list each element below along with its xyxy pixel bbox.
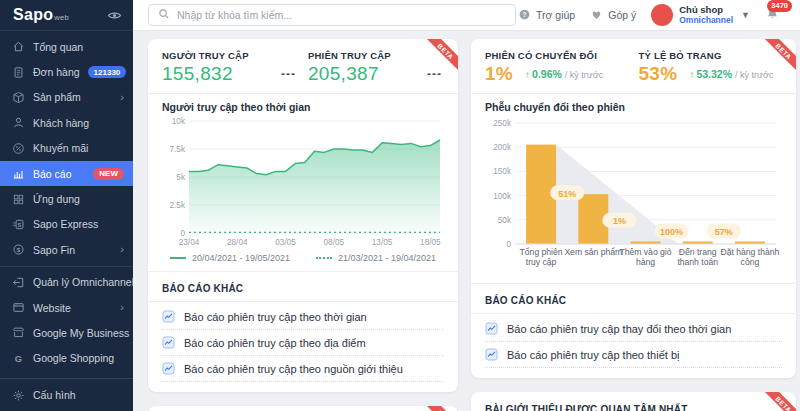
sidebar-item-tong-quan[interactable]: Tổng quan <box>0 34 133 59</box>
legend-line-sample <box>316 257 332 259</box>
svg-text:03/05: 03/05 <box>275 238 296 247</box>
svg-text:0: 0 <box>180 229 185 238</box>
report-link-label: Báo cáo phiên truy cập thay đổi theo thờ… <box>507 323 731 335</box>
sapo-logo[interactable]: Sapoweb <box>13 6 69 24</box>
sidebar-item-khach-hang[interactable]: Khách hàng <box>0 110 133 135</box>
notifications-button[interactable]: 3470 <box>765 6 780 25</box>
report-link[interactable]: Báo cáo phiên truy cập theo thời gian <box>162 304 444 330</box>
line-chart-icon <box>162 362 175 375</box>
sidebar-item-sapo-express[interactable]: SSapo Express <box>0 212 133 237</box>
feedback-button[interactable]: Góp ý <box>590 8 636 23</box>
legend-line-sample <box>170 257 186 259</box>
search-input[interactable] <box>177 9 506 21</box>
report-links: Báo cáo phiên truy cập theo thời gianBáo… <box>162 304 444 382</box>
heart-icon <box>590 8 603 23</box>
svg-text:truy cập: truy cập <box>526 257 557 267</box>
omni-icon <box>12 276 25 289</box>
sidebar-item-khuyen-mai[interactable]: Khuyến mãi <box>0 136 133 161</box>
svg-text:Tổng phiên: Tổng phiên <box>520 247 563 257</box>
chart-legend: 20/04/2021 - 19/05/202121/03/2021 - 19/0… <box>162 252 444 268</box>
other-reports-section: BÁO CÁO KHÁC Báo cáo phiên truy cập theo… <box>148 272 458 392</box>
metric-label: TỶ LỆ BỎ TRANG <box>639 50 783 61</box>
metric-value: 53% <box>639 63 678 85</box>
new-badge: NEW <box>93 168 124 180</box>
left-column: BETA NGƯỜI TRUY CẬP 155,832 --- PHIÊN TR… <box>148 39 458 411</box>
right-column: BETA PHIÊN CÓ CHUYỂN ĐỔI 1% ↑ 0.96% / kỳ… <box>471 39 796 411</box>
top-products-card: BETA SẢN PHẨM ĐƯỢC QUAN TÂM NHẤT <box>148 406 458 411</box>
up-arrow-icon: ↑ <box>525 69 530 80</box>
report-link[interactable]: Báo cáo phiên truy cập thay đổi theo thờ… <box>485 316 782 342</box>
sidebar-item-label: Cấu hình <box>33 389 76 401</box>
app-root: Sapoweb Tổng quanĐơn hàng121330›Sản phẩm… <box>0 0 800 411</box>
express-icon: S <box>12 218 25 231</box>
other-reports-title: BÁO CÁO KHÁC <box>162 278 444 301</box>
sidebar-item-label: Quản lý Omnichannel <box>33 276 133 288</box>
account-menu[interactable]: Chủ shop Omnichannel ▼ <box>651 4 750 26</box>
svg-text:thanh toán: thanh toán <box>677 257 718 267</box>
report-link[interactable]: Báo cáo phiên truy cập theo thiết bị <box>485 342 782 368</box>
report-link[interactable]: Báo cáo phiên truy cập theo nguồn giới t… <box>162 356 444 382</box>
top-articles-title: BÀI GIỚI THIỆU ĐƯỢC QUAN TÂM NHẤT <box>471 392 796 411</box>
other-reports-section: BÁO CÁO KHÁC Báo cáo phiên truy cập thay… <box>471 284 796 378</box>
metric-label: PHIÊN TRUY CẬP <box>308 50 444 61</box>
sidebar-item-don-hang[interactable]: Đơn hàng121330› <box>0 59 133 84</box>
svg-text:Thêm vào giỏ: Thêm vào giỏ <box>619 247 671 257</box>
sidebar-item-google-my-business[interactable]: Google My Business <box>0 320 133 345</box>
legend-item[interactable]: 20/04/2021 - 19/05/2021 <box>170 253 290 263</box>
sidebar-item-label: Sapo Express <box>33 218 98 230</box>
sidebar-nav: Tổng quanĐơn hàng121330›Sản phẩm›Khách h… <box>0 31 133 378</box>
sidebar-item-san-pham[interactable]: Sản phẩm› <box>0 85 133 110</box>
sidebar-item-website[interactable]: Website› <box>0 295 133 320</box>
svg-text:1%: 1% <box>613 216 626 226</box>
svg-text:10k: 10k <box>172 117 186 126</box>
metric-value: 1% <box>485 63 513 85</box>
divider <box>148 301 458 302</box>
conversion-card: BETA PHIÊN CÓ CHUYỂN ĐỔI 1% ↑ 0.96% / kỳ… <box>471 39 796 378</box>
sidebar-item-label: Sản phẩm <box>33 91 81 103</box>
svg-text:100k: 100k <box>493 192 512 201</box>
account-info: Chủ shop Omnichannel <box>679 4 733 25</box>
sidebar-item-quan-ly-omnichannel[interactable]: Quản lý Omnichannel <box>0 270 133 295</box>
sidebar-item-label: Khuyến mãi <box>33 142 88 154</box>
apps-icon <box>12 193 25 206</box>
sidebar-item-sapo-fin[interactable]: $Sapo Fin› <box>0 237 133 262</box>
topbar-right: ? Trợ giúp Góp ý Chủ shop Omnichannel ▼ <box>518 4 786 26</box>
sidebar-item-bao-cao[interactable]: Báo cáoNEW <box>0 161 133 186</box>
fin-icon: $ <box>12 243 25 256</box>
sidebar: Sapoweb Tổng quanĐơn hàng121330›Sản phẩm… <box>0 0 133 411</box>
website-icon <box>12 301 25 314</box>
svg-text:150k: 150k <box>493 167 512 176</box>
metric-conversion-rate: PHIÊN CÓ CHUYỂN ĐỔI 1% ↑ 0.96% / kỳ trướ… <box>485 50 629 85</box>
report-link[interactable]: Báo cáo phiên truy cập theo địa điểm <box>162 330 444 356</box>
svg-text:08/05: 08/05 <box>324 238 345 247</box>
report-link-label: Báo cáo phiên truy cập theo thời gian <box>184 311 367 323</box>
gmb-icon <box>12 326 25 339</box>
report-links: Báo cáo phiên truy cập thay đổi theo thờ… <box>485 316 782 368</box>
svg-text:0: 0 <box>506 240 511 249</box>
gear-icon <box>12 389 25 402</box>
divider <box>471 313 796 314</box>
top-articles-card: BETA BÀI GIỚI THIỆU ĐƯỢC QUAN TÂM NHẤT 1… <box>471 392 796 411</box>
help-icon: ? <box>518 8 531 23</box>
svg-text:2.5k: 2.5k <box>170 201 186 210</box>
search-box[interactable] <box>148 4 516 26</box>
sidebar-item-cau-hinh[interactable]: Cấu hình <box>0 379 133 411</box>
product-icon <box>12 91 25 104</box>
chart-title: Người truy cập theo thời gian <box>162 101 444 113</box>
topbar: ? Trợ giúp Góp ý Chủ shop Omnichannel ▼ <box>133 0 800 31</box>
svg-text:50k: 50k <box>498 216 512 225</box>
svg-text:100%: 100% <box>660 227 683 237</box>
search-icon <box>158 6 170 24</box>
sidebar-item-google-shopping[interactable]: GGoogle Shopping <box>0 346 133 371</box>
legend-item[interactable]: 21/03/2021 - 19/04/2021 <box>316 253 436 263</box>
sidebar-item-ung-dung[interactable]: Ứng dụng <box>0 186 133 211</box>
conversion-funnel-chart: 050k100k150k200k250k51%1%100%57%Tổng phi… <box>485 116 782 276</box>
top-products-title: SẢN PHẨM ĐƯỢC QUAN TÂM NHẤT <box>148 406 458 411</box>
eye-icon[interactable] <box>107 8 122 23</box>
sidebar-item-label: Đơn hàng <box>33 66 80 78</box>
report-link-label: Báo cáo phiên truy cập theo nguồn giới t… <box>184 363 403 375</box>
visitors-card: BETA NGƯỜI TRUY CẬP 155,832 --- PHIÊN TR… <box>148 39 458 392</box>
avatar <box>651 4 673 26</box>
svg-text:công: công <box>741 257 760 267</box>
help-button[interactable]: ? Trợ giúp <box>518 8 575 23</box>
